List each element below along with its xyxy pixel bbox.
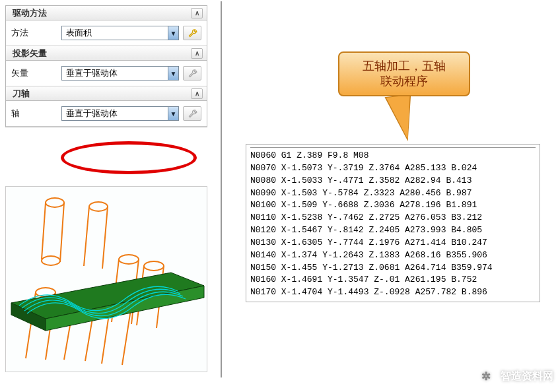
cad-model-illustration [6, 187, 207, 372]
gcode-line: N0100 X-1.509 Y-.6688 Z.3036 A278.196 B1… [250, 200, 477, 210]
chevron-up-icon[interactable]: ∧ [191, 88, 203, 99]
section-body: 方法 表面积 ▼ [6, 20, 207, 46]
gcode-line: N0110 X-1.5238 Y-.7462 Z.2725 A276.053 B… [250, 212, 482, 222]
section-drive-method: 驱动方法 ∧ 方法 表面积 ▼ [6, 6, 207, 46]
dropdown-arrow-icon: ▼ [168, 107, 178, 120]
dropdown-arrow-icon: ▼ [168, 67, 178, 80]
wrench-icon [188, 28, 197, 38]
cad-viewport[interactable] [5, 186, 207, 372]
edit-button-disabled [183, 66, 201, 81]
gcode-line: N0090 X-1.503 Y-.5784 Z.3323 A280.456 B.… [250, 188, 472, 198]
svg-point-3 [119, 255, 139, 264]
method-select[interactable]: 表面积 ▼ [61, 26, 179, 40]
chevron-up-icon[interactable]: ∧ [191, 48, 203, 59]
properties-panel: 驱动方法 ∧ 方法 表面积 ▼ 投影矢量 ∧ 矢量 [5, 5, 207, 127]
section-title: 投影矢量 [13, 48, 47, 59]
chevron-up-icon[interactable]: ∧ [191, 8, 203, 18]
gcode-line: N0060 G1 Z.389 F9.8 M08 [250, 150, 368, 160]
gcode-line: N0140 X-1.374 Y-1.2643 Z.1383 A268.16 B3… [250, 250, 487, 260]
wrench-icon [188, 69, 197, 79]
gcode-line: N0120 X-1.5467 Y-.8142 Z.2405 A273.993 B… [250, 225, 482, 235]
options-panel: 驱动方法 ∧ 方法 表面积 ▼ 投影矢量 ∧ 矢量 [5, 5, 207, 135]
highlight-ellipse [61, 141, 197, 174]
field-label: 矢量 [11, 67, 57, 79]
callout-line2: 联动程序 [363, 74, 446, 89]
callout-tail [386, 95, 415, 141]
axis-select[interactable]: 垂直于驱动体 ▼ [61, 106, 179, 121]
vertical-divider [221, 1, 222, 377]
speech-callout: 五轴加工，五轴 联动程序 [338, 51, 470, 96]
select-value: 垂直于驱动体 [66, 108, 118, 119]
section-title: 刀轴 [13, 88, 30, 100]
svg-point-0 [46, 198, 64, 207]
field-label: 方法 [11, 27, 57, 39]
section-projection-vector: 投影矢量 ∧ 矢量 垂直于驱动体 ▼ [6, 46, 207, 86]
wrench-icon [188, 109, 197, 119]
gcode-line: N0130 X-1.6305 Y-.7744 Z.1976 A271.414 B… [250, 238, 487, 247]
edit-button-disabled [183, 106, 201, 121]
svg-point-1 [42, 256, 60, 265]
section-header-tool-axis[interactable]: 刀轴 ∧ [6, 86, 207, 101]
callout-line1: 五轴加工，五轴 [363, 59, 446, 74]
section-body: 轴 垂直于驱动体 ▼ [6, 101, 207, 126]
section-title: 驱动方法 [13, 7, 47, 19]
svg-point-4 [144, 261, 164, 271]
watermark-text: 智造资料网 [501, 370, 553, 383]
gcode-line: N0080 X-1.5033 Y-.4771 Z.3582 A282.94 B.… [250, 176, 472, 185]
vector-select[interactable]: 垂直于驱动体 ▼ [61, 66, 179, 81]
gcode-line: N0170 X-1.4704 Y-1.4493 Z-.0928 A257.782… [250, 287, 487, 297]
dropdown-arrow-icon: ▼ [168, 26, 178, 40]
field-label: 轴 [11, 108, 57, 119]
section-header-projection-vector[interactable]: 投影矢量 ∧ [6, 46, 207, 61]
svg-point-2 [89, 202, 108, 211]
gcode-listing: N0060 G1 Z.389 F9.8 M08 N0070 X-1.5073 Y… [246, 144, 540, 302]
select-value: 表面积 [66, 27, 92, 39]
gcode-line: N0070 X-1.5073 Y-.3719 Z.3764 A285.133 B… [250, 163, 477, 173]
section-header-drive-method[interactable]: 驱动方法 ∧ [6, 6, 207, 20]
select-value: 垂直于驱动体 [66, 67, 118, 79]
edit-button[interactable] [183, 26, 201, 40]
section-tool-axis: 刀轴 ∧ 轴 垂直于驱动体 ▼ [6, 86, 207, 127]
section-body: 矢量 垂直于驱动体 ▼ [6, 61, 207, 86]
watermark: ✲ 智造资料网 [477, 367, 553, 385]
wechat-icon: ✲ [477, 367, 495, 385]
gcode-line: N0160 X-1.4691 Y-1.3547 Z-.01 A261.195 B… [250, 275, 477, 284]
gcode-line: N0150 X-1.455 Y-1.2713 Z.0681 A264.714 B… [250, 263, 493, 273]
